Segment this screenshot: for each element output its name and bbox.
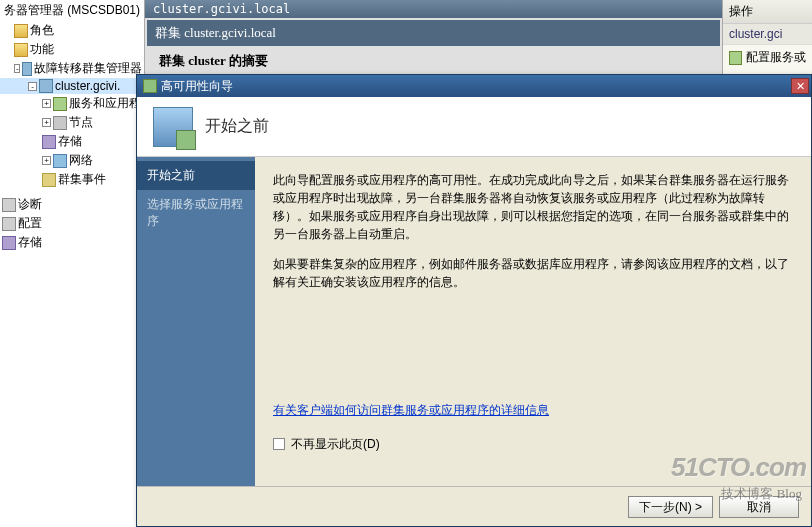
tree-icon bbox=[22, 62, 32, 76]
wizard-footer: 下一步(N) > 取消 bbox=[137, 486, 811, 526]
dont-show-again-label: 不再显示此页(D) bbox=[291, 435, 380, 453]
expander-icon[interactable]: + bbox=[42, 118, 51, 127]
tree-panel: 务器管理器 (MSCSDB01) 角色功能-故障转移群集管理器-cluster.… bbox=[0, 0, 145, 527]
wizard-step[interactable]: 开始之前 bbox=[137, 161, 255, 190]
actions-header: 操作 bbox=[723, 0, 812, 24]
tree-icon bbox=[2, 236, 16, 250]
wizard-body: 开始之前选择服务或应用程序 此向导配置服务或应用程序的高可用性。在成功完成此向导… bbox=[137, 157, 811, 487]
tree-label: 诊断 bbox=[18, 196, 42, 213]
tree-label: 存储 bbox=[58, 133, 82, 150]
tree-node[interactable]: 功能 bbox=[0, 40, 144, 59]
action-item-label: 配置服务或 bbox=[746, 49, 806, 66]
wizard-header-icon bbox=[153, 107, 193, 147]
mid-titlebar: cluster.gcivi.local bbox=[145, 0, 722, 18]
actions-sub: cluster.gci bbox=[723, 24, 812, 45]
tree-label: 功能 bbox=[30, 41, 54, 58]
dont-show-again-row[interactable]: 不再显示此页(D) bbox=[273, 435, 789, 453]
mid-panel: cluster.gcivi.local 群集 cluster.gcivi.loc… bbox=[145, 0, 722, 78]
tree-root-label: 务器管理器 (MSCSDB01) bbox=[0, 0, 144, 21]
action-item-config-service[interactable]: 配置服务或 bbox=[723, 45, 812, 70]
expander-icon[interactable]: - bbox=[28, 82, 37, 91]
next-button[interactable]: 下一步(N) > bbox=[628, 496, 713, 518]
wizard-titlebar: 高可用性向导 ✕ bbox=[137, 75, 811, 97]
watermark-line2: 技术博客 Blog bbox=[721, 485, 802, 503]
tree-label: 节点 bbox=[69, 114, 93, 131]
tree-label: 服务和应用程 bbox=[69, 95, 141, 112]
mid-summary: 群集 cluster 的摘要 bbox=[145, 48, 722, 74]
tree-node[interactable]: -cluster.gcivi. bbox=[0, 78, 144, 94]
checkbox-icon[interactable] bbox=[273, 438, 285, 450]
tree-icon bbox=[14, 43, 28, 57]
wizard-title-text: 高可用性向导 bbox=[161, 78, 233, 95]
tree-node[interactable]: 群集事件 bbox=[0, 170, 144, 189]
tree-icon bbox=[2, 217, 16, 231]
tree-node[interactable]: 角色 bbox=[0, 21, 144, 40]
wizard-paragraph-2: 如果要群集复杂的应用程序，例如邮件服务器或数据库应用程序，请参阅该应用程序的文档… bbox=[273, 255, 789, 291]
tree-node[interactable]: +网络 bbox=[0, 151, 144, 170]
wizard-title: 高可用性向导 bbox=[143, 78, 233, 95]
tree-label: cluster.gcivi. bbox=[55, 79, 120, 93]
tree-icon bbox=[42, 173, 56, 187]
tree-node[interactable]: 存储 bbox=[0, 132, 144, 151]
tree-node[interactable]: +节点 bbox=[0, 113, 144, 132]
wizard-header-title: 开始之前 bbox=[205, 116, 269, 137]
wizard-sidebar: 开始之前选择服务或应用程序 bbox=[137, 157, 255, 487]
tree-icon bbox=[39, 79, 53, 93]
tree-node[interactable]: 配置 bbox=[0, 214, 144, 233]
tree-node[interactable]: -故障转移群集管理器 bbox=[0, 59, 144, 78]
mid-sub: 群集 cluster.gcivi.local bbox=[147, 20, 720, 46]
wizard-details-link[interactable]: 有关客户端如何访问群集服务或应用程序的详细信息 bbox=[273, 403, 549, 417]
tree-label: 网络 bbox=[69, 152, 93, 169]
tree-label: 角色 bbox=[30, 22, 54, 39]
wizard-icon bbox=[143, 79, 157, 93]
expander-icon[interactable]: - bbox=[14, 64, 20, 73]
tree-label: 群集事件 bbox=[58, 171, 106, 188]
tree-icon bbox=[14, 24, 28, 38]
tree-icon bbox=[53, 97, 67, 111]
tree-node[interactable]: +服务和应用程 bbox=[0, 94, 144, 113]
tree-icon bbox=[53, 116, 67, 130]
expander-icon[interactable]: + bbox=[42, 99, 51, 108]
tree-label: 故障转移群集管理器 bbox=[34, 60, 142, 77]
expander-icon[interactable]: + bbox=[42, 156, 51, 165]
wizard-step[interactable]: 选择服务或应用程序 bbox=[137, 190, 255, 236]
tree-label: 存储 bbox=[18, 234, 42, 251]
tree-node[interactable]: 存储 bbox=[0, 233, 144, 252]
service-icon bbox=[729, 51, 742, 65]
wizard-header: 开始之前 bbox=[137, 97, 811, 157]
watermark-line1: 51CTO.com bbox=[671, 452, 806, 483]
close-button[interactable]: ✕ bbox=[791, 78, 809, 94]
tree-icon bbox=[53, 154, 67, 168]
tree-label: 配置 bbox=[18, 215, 42, 232]
tree-node[interactable]: 诊断 bbox=[0, 195, 144, 214]
tree-icon bbox=[2, 198, 16, 212]
wizard-content: 此向导配置服务或应用程序的高可用性。在成功完成此向导之后，如果某台群集服务器在运… bbox=[255, 157, 811, 487]
wizard-paragraph-1: 此向导配置服务或应用程序的高可用性。在成功完成此向导之后，如果某台群集服务器在运… bbox=[273, 171, 789, 243]
tree-icon bbox=[42, 135, 56, 149]
